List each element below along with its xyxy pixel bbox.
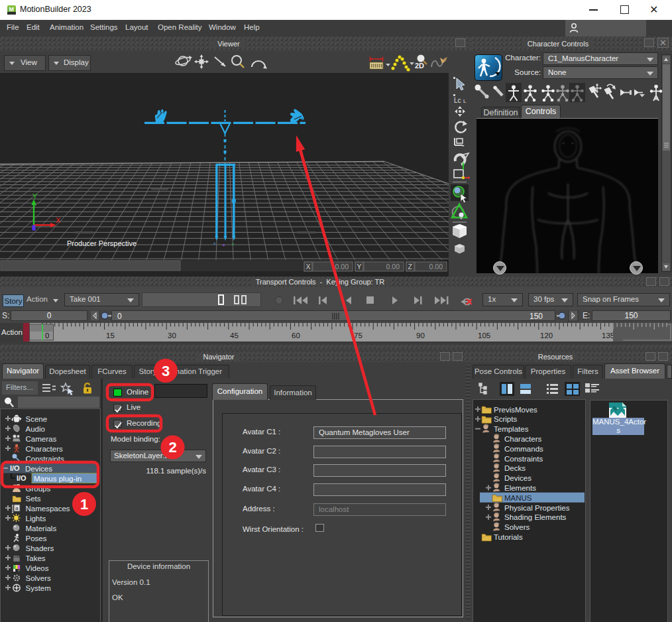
svg-text:System: System — [26, 584, 51, 592]
svg-text:15: 15 — [106, 332, 115, 340]
svg-text:Templates: Templates — [494, 425, 529, 433]
svg-text:Namespaces: Namespaces — [26, 505, 70, 513]
svg-text:0.00: 0.00 — [335, 263, 349, 271]
svg-text:Videos: Videos — [26, 564, 49, 572]
svg-text:Decks: Decks — [504, 464, 526, 472]
svg-text:90: 90 — [416, 332, 425, 340]
svg-text:a: a — [15, 505, 19, 511]
svg-text:Shaders: Shaders — [26, 544, 54, 552]
svg-text:45: 45 — [230, 332, 239, 340]
svg-text:Groups: Groups — [26, 485, 51, 493]
svg-text:Lc: Lc — [454, 97, 461, 104]
svg-text:Constraints: Constraints — [504, 455, 543, 463]
svg-text:Characters: Characters — [504, 435, 541, 443]
svg-text:Commands: Commands — [504, 445, 543, 453]
svg-text:Y: Y — [357, 263, 362, 271]
svg-text:PrevisMoves: PrevisMoves — [494, 406, 537, 414]
svg-text:Sets: Sets — [26, 495, 41, 503]
svg-text:L: L — [463, 98, 467, 104]
svg-text:Poses: Poses — [26, 534, 47, 542]
svg-text:2D: 2D — [415, 62, 424, 70]
svg-text:105: 105 — [478, 332, 490, 340]
svg-text:120: 120 — [540, 332, 553, 340]
svg-text:Solvers: Solvers — [26, 574, 52, 582]
svg-text:X: X — [56, 216, 61, 224]
svg-text:Producer Perspective: Producer Perspective — [67, 239, 137, 247]
svg-text:X: X — [306, 263, 311, 271]
svg-text:Manus plug-in: Manus plug-in — [34, 475, 82, 483]
svg-text:Shading Elements: Shading Elements — [504, 513, 567, 521]
svg-text:0: 0 — [45, 332, 49, 340]
svg-text:Devices: Devices — [25, 465, 52, 473]
svg-text:30: 30 — [168, 332, 176, 340]
svg-text:I/O: I/O — [17, 474, 27, 482]
svg-text:135: 135 — [602, 332, 614, 340]
svg-text:0.00: 0.00 — [386, 263, 400, 271]
svg-text:Characters: Characters — [26, 445, 63, 453]
svg-text:75: 75 — [354, 332, 363, 340]
svg-text:Z: Z — [408, 263, 413, 271]
svg-text:Scene: Scene — [26, 415, 48, 423]
svg-text:I/O: I/O — [10, 464, 20, 472]
svg-text:60: 60 — [292, 332, 300, 340]
svg-text:Constraints: Constraints — [26, 455, 64, 463]
svg-text:Devices: Devices — [504, 474, 532, 482]
svg-text:Takes: Takes — [26, 554, 46, 562]
svg-text:Audio: Audio — [26, 425, 45, 433]
svg-text:Tutorials: Tutorials — [494, 533, 523, 541]
svg-text:Elements: Elements — [504, 484, 536, 492]
svg-text:Cameras: Cameras — [26, 435, 57, 443]
svg-text:MANUS: MANUS — [504, 494, 532, 502]
svg-text:Y: Y — [32, 192, 38, 200]
svg-text:0.00: 0.00 — [429, 263, 443, 271]
svg-text:Lights: Lights — [26, 515, 46, 523]
svg-text:Scripts: Scripts — [494, 415, 517, 423]
svg-text:Solvers: Solvers — [504, 523, 530, 531]
svg-text:Materials: Materials — [26, 525, 57, 532]
svg-text:Physical Properties: Physical Properties — [504, 504, 570, 512]
